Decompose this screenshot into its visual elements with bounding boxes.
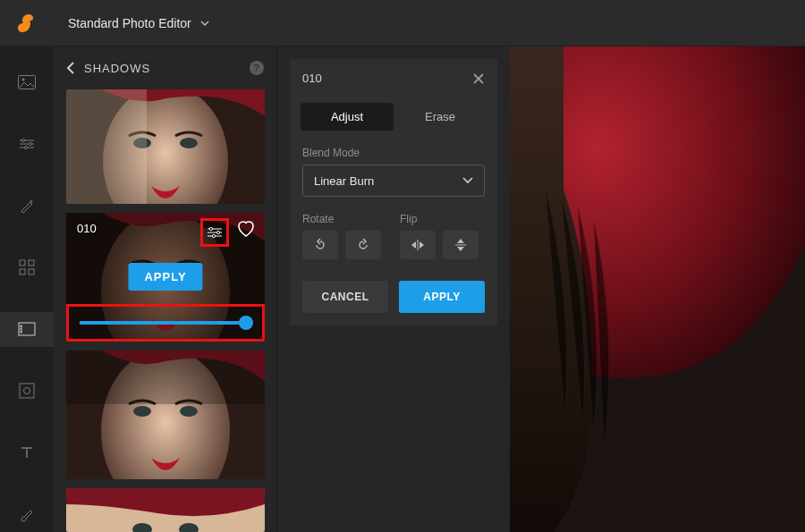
top-bar: Standard Photo Editor xyxy=(0,0,805,46)
svg-point-11 xyxy=(24,388,30,394)
close-button[interactable] xyxy=(472,72,485,85)
blend-mode-select[interactable]: Linear Burn xyxy=(302,165,485,197)
frame-icon xyxy=(19,383,35,399)
cancel-button[interactable]: CANCEL xyxy=(302,281,388,313)
app-title-text: Standard Photo Editor xyxy=(68,16,191,30)
svg-point-23 xyxy=(212,235,215,238)
rotate-left-button[interactable] xyxy=(302,231,338,259)
svg-point-3 xyxy=(29,142,31,145)
tool-text[interactable] xyxy=(0,435,54,470)
chevron-down-icon xyxy=(462,177,473,184)
app-logo xyxy=(14,13,36,34)
tool-effects[interactable] xyxy=(0,249,54,284)
intensity-slider[interactable] xyxy=(66,304,265,342)
overlay-thumb[interactable] xyxy=(66,89,265,204)
thumb-settings-button[interactable] xyxy=(200,218,229,247)
svg-point-27 xyxy=(180,406,198,417)
tool-adjust[interactable] xyxy=(0,126,54,161)
overlay-thumb[interactable] xyxy=(66,350,265,479)
svg-rect-16 xyxy=(66,89,147,204)
rotate-flip-row: Rotate Flip xyxy=(290,206,497,268)
flip-label: Flip xyxy=(400,206,485,231)
main-area: SHADOWS ? xyxy=(0,46,805,532)
close-icon xyxy=(472,72,485,85)
sliders-icon xyxy=(207,226,223,239)
heart-icon xyxy=(236,220,256,238)
magic-wand-icon xyxy=(19,198,35,214)
settings-column: 010 Adjust Erase Blend Mode Linear Burn … xyxy=(277,46,510,532)
rotate-left-icon xyxy=(313,238,327,252)
slider-track xyxy=(80,321,251,325)
thumb-image xyxy=(66,488,265,532)
svg-rect-8 xyxy=(29,269,34,274)
flip-vertical-button[interactable] xyxy=(443,231,479,259)
thumb-image xyxy=(66,89,265,204)
apply-button[interactable]: APPLY xyxy=(399,281,485,313)
blend-mode-label: Blend Mode xyxy=(290,139,497,165)
tool-magic[interactable] xyxy=(0,188,54,223)
overlays-icon xyxy=(18,322,36,336)
chevron-left-icon xyxy=(66,62,75,74)
settings-tabs: Adjust Erase xyxy=(290,97,497,139)
flip-horizontal-button[interactable] xyxy=(400,231,436,259)
overlay-settings-panel: 010 Adjust Erase Blend Mode Linear Burn … xyxy=(290,59,497,325)
rotate-right-icon xyxy=(356,238,370,252)
canvas-preview[interactable] xyxy=(510,46,805,532)
svg-rect-0 xyxy=(19,75,36,89)
svg-point-21 xyxy=(209,228,212,231)
thumb-apply-button[interactable]: APPLY xyxy=(128,263,202,291)
svg-point-4 xyxy=(24,146,27,148)
thumb-label: 010 xyxy=(77,222,97,235)
app-title-dropdown[interactable]: Standard Photo Editor xyxy=(68,16,209,30)
panel-header: SHADOWS ? xyxy=(54,46,276,89)
overlay-panel: SHADOWS ? xyxy=(54,46,277,532)
favorite-button[interactable] xyxy=(236,220,256,238)
overlay-thumb[interactable] xyxy=(66,488,265,532)
tool-overlays[interactable] xyxy=(0,312,54,347)
left-toolbar xyxy=(0,46,54,532)
svg-point-1 xyxy=(21,78,24,80)
chevron-down-icon xyxy=(200,19,209,28)
overlay-thumb-selected[interactable]: 010 APPLY xyxy=(66,213,265,342)
preview-image xyxy=(510,46,805,532)
tab-erase[interactable]: Erase xyxy=(394,103,487,131)
settings-footer: CANCEL APPLY xyxy=(290,268,497,325)
help-button[interactable]: ? xyxy=(250,61,264,75)
tool-frame[interactable] xyxy=(0,374,54,409)
svg-point-22 xyxy=(216,232,219,234)
tool-image[interactable] xyxy=(0,64,54,99)
brush-icon xyxy=(19,506,35,522)
slider-knob[interactable] xyxy=(239,316,253,330)
svg-point-2 xyxy=(21,139,24,141)
rotate-label: Rotate xyxy=(302,206,387,231)
svg-rect-28 xyxy=(66,350,265,404)
tab-adjust[interactable]: Adjust xyxy=(301,103,394,131)
panel-title: SHADOWS xyxy=(84,62,150,75)
thumb-image xyxy=(66,350,265,479)
blend-mode-value: Linear Burn xyxy=(314,174,374,188)
thumbnail-list: 010 APPLY xyxy=(54,89,276,532)
tool-brush[interactable] xyxy=(0,497,54,532)
svg-rect-10 xyxy=(20,384,34,398)
svg-rect-5 xyxy=(20,260,25,266)
flip-horizontal-icon xyxy=(411,239,425,251)
image-icon xyxy=(18,75,36,89)
svg-point-26 xyxy=(133,406,151,417)
svg-point-15 xyxy=(180,138,198,148)
rotate-right-button[interactable] xyxy=(345,231,381,259)
back-button[interactable] xyxy=(66,62,75,74)
svg-rect-6 xyxy=(29,260,34,266)
flip-vertical-icon xyxy=(454,238,467,252)
svg-rect-7 xyxy=(20,269,25,274)
settings-title: 010 xyxy=(302,72,322,85)
settings-header: 010 xyxy=(290,59,497,97)
sliders-icon xyxy=(18,137,36,151)
effects-grid-icon xyxy=(19,259,35,275)
text-icon xyxy=(20,445,34,460)
